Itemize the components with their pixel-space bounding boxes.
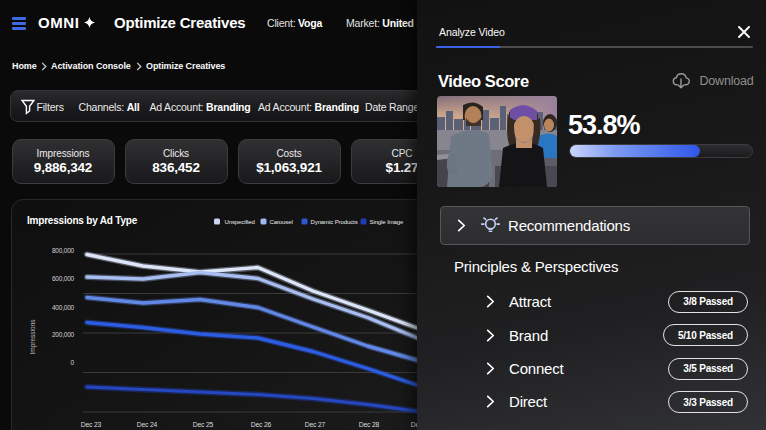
svg-text:Dynamic Products: Dynamic Products [311, 219, 358, 225]
svg-text:0: 0 [71, 359, 75, 366]
svg-text:Single Image: Single Image [370, 219, 405, 225]
svg-text:Dec 24: Dec 24 [137, 421, 158, 428]
svg-text:800,000: 800,000 [52, 247, 75, 254]
svg-text:Dec 25: Dec 25 [193, 421, 214, 428]
svg-text:Dec 27: Dec 27 [305, 421, 326, 428]
svg-text:600,000: 600,000 [52, 275, 75, 282]
svg-text:Dec 28: Dec 28 [359, 421, 380, 428]
svg-text:Dec 23: Dec 23 [81, 421, 102, 428]
svg-text:Unspecified: Unspecified [225, 219, 255, 225]
svg-text:Impressions by Ad Type: Impressions by Ad Type [27, 215, 138, 226]
svg-text:Dec 26: Dec 26 [251, 421, 272, 428]
svg-text:400,000: 400,000 [52, 304, 75, 311]
svg-text:200,000: 200,000 [52, 331, 75, 338]
svg-text:Impressions: Impressions [29, 319, 37, 355]
svg-text:Carousel: Carousel [270, 219, 293, 225]
